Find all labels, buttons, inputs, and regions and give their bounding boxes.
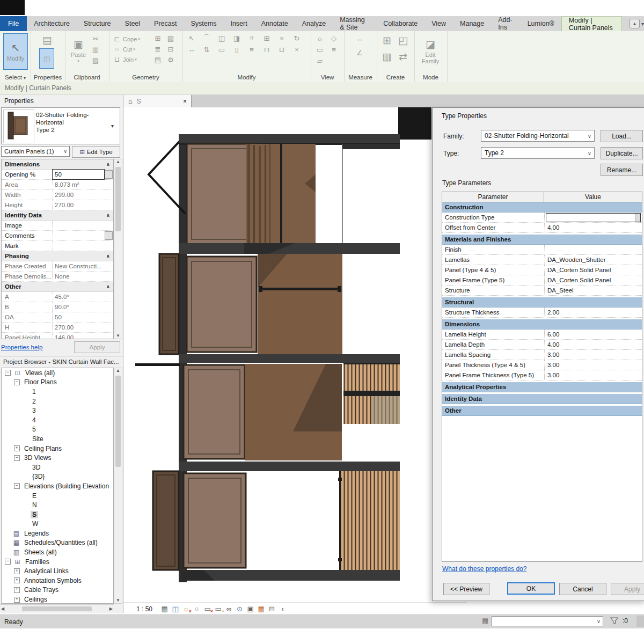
parameter-value[interactable] <box>544 213 642 222</box>
create-tool-icon[interactable]: ⊞ <box>380 34 394 47</box>
ribbon-tab-massing-site[interactable]: Massing & Site <box>333 16 376 31</box>
reveal-hidden-icon[interactable]: ∞ <box>224 605 233 613</box>
geometry-tool-icon[interactable]: ⊞ <box>153 34 163 42</box>
panel-label-geometry[interactable]: Geometry <box>109 74 182 80</box>
tree-item-floor-plans[interactable]: −Floor Plans <box>2 378 113 387</box>
tree-item-e[interactable]: E <box>2 491 113 501</box>
view-tool-icon[interactable]: ◇ <box>329 34 339 42</box>
tree-item-n[interactable]: N <box>2 500 113 510</box>
family-dropdown[interactable]: 02-Shutter Folding-Horizontal∨ <box>481 130 595 142</box>
parameter-value[interactable]: DA_Corten Solid Panel <box>544 265 642 275</box>
balcony-panel[interactable] <box>153 471 179 570</box>
tree-item-w[interactable]: W <box>2 519 113 529</box>
tree-item-3d-views[interactable]: −3D Views <box>2 453 113 463</box>
tree-item-5[interactable]: 5 <box>2 425 113 435</box>
worksets-icon[interactable]: ▦ <box>482 617 488 625</box>
tree-item-analytical-links[interactable]: +Analytical Links <box>2 566 113 576</box>
property-value[interactable]: 270.00 <box>52 200 113 210</box>
property-value[interactable] <box>52 221 113 230</box>
floor-slab[interactable] <box>179 354 400 363</box>
ribbon-tab-steel[interactable]: Steel <box>118 16 148 31</box>
panel-label-clipboard[interactable]: Clipboard <box>65 74 109 80</box>
properties-section-identity-data[interactable]: Identity Data∧ <box>2 210 113 221</box>
tree-expand-icon[interactable]: − <box>14 455 20 461</box>
parameter-value-input[interactable] <box>546 213 641 222</box>
tree-item-ceilings[interactable]: +Ceilings <box>2 595 113 604</box>
floor-slab[interactable] <box>179 462 400 471</box>
modify-tool-icon[interactable]: ⊔ <box>277 45 287 54</box>
geometry-tool-icon[interactable]: ▤ <box>153 55 163 64</box>
ribbon-minimize-control[interactable]: ▴▾ <box>630 16 644 31</box>
curtain-panel-lamella[interactable] <box>338 471 400 570</box>
scrollbar-thumb[interactable] <box>22 606 92 611</box>
tree-item-3[interactable]: 3 <box>2 406 113 415</box>
edit-type-button[interactable]: ⊞ Edit Type <box>72 146 120 158</box>
tree-item-cable-trays[interactable]: +Cable Trays <box>2 586 113 595</box>
properties-section-other[interactable]: Other∧ <box>2 282 113 292</box>
tree-item-3d[interactable]: {3D} <box>2 472 113 482</box>
panel-label-measure[interactable]: Measure <box>344 74 377 80</box>
parameter-value[interactable] <box>544 245 642 254</box>
collapse-arrow-icon[interactable]: ‹ <box>278 605 287 613</box>
parameter-value[interactable]: 2.00 <box>544 308 642 317</box>
parameter-value[interactable]: 4.00 <box>544 340 642 349</box>
tree-expand-icon[interactable]: − <box>5 370 11 376</box>
properties-apply-button[interactable]: Apply <box>74 341 120 353</box>
ground-slab[interactable] <box>181 570 400 581</box>
modify-tool-icon[interactable]: ⇅ <box>202 45 211 54</box>
modify-tool-icon[interactable]: ▭ <box>217 45 226 54</box>
detail-level-icon[interactable]: ▦ <box>160 605 169 613</box>
ribbon-tab-lumion[interactable]: Lumion® <box>521 16 561 31</box>
tree-item-ceiling-plans[interactable]: +Ceiling Plans <box>2 444 113 453</box>
property-browse-button[interactable] <box>105 231 113 240</box>
parameter-value[interactable]: 3.00 <box>544 360 642 370</box>
view-tab-s[interactable]: ⌂ S × <box>123 95 192 107</box>
ribbon-tab-architecture[interactable]: Architecture <box>27 16 77 31</box>
curtain-panel-lamella[interactable] <box>343 363 400 424</box>
ribbon-tab-manage[interactable]: Manage <box>453 16 491 31</box>
tree-expand-icon[interactable]: + <box>14 568 20 574</box>
dialog-title[interactable]: Type Properties <box>433 108 644 124</box>
ribbon-tab-collaborate[interactable]: Collaborate <box>376 16 425 31</box>
ribbon-tab-file[interactable]: File <box>0 16 27 31</box>
properties-section-phasing[interactable]: Phasing∧ <box>2 251 113 261</box>
close-icon[interactable]: × <box>183 98 187 105</box>
rename-button[interactable]: Rename... <box>601 164 643 176</box>
cope-button[interactable]: ⊏Cope▾ <box>112 34 140 44</box>
tree-expand-icon[interactable]: − <box>5 559 11 565</box>
scrollbar-thumb[interactable] <box>115 376 121 467</box>
modify-tool-icon[interactable]: ▯ <box>232 45 241 54</box>
ribbon-tab-annotate[interactable]: Annotate <box>254 16 295 31</box>
measure-icon[interactable]: ↔ <box>349 34 370 43</box>
ribbon-tab-insert[interactable]: Insert <box>223 16 254 31</box>
geometry-tool-icon[interactable]: ⊟ <box>166 45 175 53</box>
apply-button[interactable]: Apply <box>611 583 644 595</box>
filter-icon[interactable] <box>610 617 619 625</box>
properties-windows-icon[interactable]: ▤ <box>40 33 54 46</box>
worksets-dropdown[interactable]: ∨ <box>492 616 603 626</box>
tree-expand-icon[interactable]: − <box>14 483 20 489</box>
properties-palette-button[interactable]: ◫ <box>39 48 54 69</box>
curtain-panel-framed[interactable] <box>187 257 257 352</box>
modify-tool-icon[interactable]: × <box>277 34 287 42</box>
tree-item-sheets-all[interactable]: ▥Sheets (all) <box>2 547 113 557</box>
tree-expand-icon[interactable]: + <box>14 587 20 593</box>
view-tool-icon[interactable]: ≡ <box>329 45 339 54</box>
geometry-tool-icon[interactable]: ≣ <box>153 45 163 53</box>
chevron-down-icon[interactable]: ▾ <box>641 21 644 27</box>
properties-section-dimensions[interactable]: Dimensions∧ <box>2 159 113 170</box>
join-button[interactable]: ⊔Join▾ <box>112 54 140 64</box>
balcony-panel[interactable] <box>159 254 179 354</box>
property-value[interactable]: New Constructi... <box>52 261 113 271</box>
ledge-line[interactable] <box>135 363 180 366</box>
ribbon-tab-view[interactable]: View <box>425 16 453 31</box>
parameter-value[interactable]: 3.00 <box>544 370 642 380</box>
parameter-value[interactable]: 3.00 <box>544 350 642 360</box>
property-value[interactable] <box>52 241 113 251</box>
ribbon-tab-modify-curtain-panels[interactable]: Modify | Curtain Panels <box>561 16 622 31</box>
modify-tool-icon[interactable]: ↔ <box>187 45 196 54</box>
wall-section-cut[interactable] <box>398 107 431 140</box>
geometry-tool-icon[interactable]: ▧ <box>166 34 175 42</box>
crop-region-icon[interactable]: ▭• <box>214 605 223 613</box>
property-value[interactable]: 50 <box>52 169 105 180</box>
